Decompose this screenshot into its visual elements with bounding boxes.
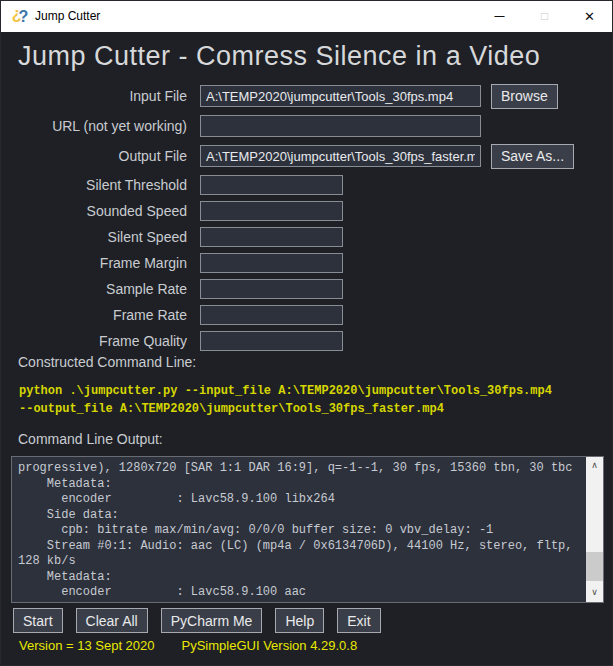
titlebar: ? ? Jump Cutter ─ □ ✕ bbox=[1, 1, 612, 32]
clear-all-button[interactable]: Clear All bbox=[76, 608, 148, 633]
sample-rate-row: Sample Rate bbox=[1, 279, 612, 299]
scroll-down-icon[interactable]: ∨ bbox=[586, 585, 603, 601]
window-title: Jump Cutter bbox=[35, 1, 100, 32]
sounded-speed-row: Sounded Speed bbox=[1, 201, 612, 221]
output-file-row: Output File Save As... bbox=[1, 145, 612, 167]
output-file-label: Output File bbox=[1, 148, 187, 164]
close-icon[interactable]: ✕ bbox=[567, 1, 612, 32]
command-output-text: progressive), 1280x720 [SAR 1:1 DAR 16:9… bbox=[12, 457, 586, 602]
command-output-box: progressive), 1280x720 [SAR 1:1 DAR 16:9… bbox=[11, 456, 604, 603]
frame-rate-label: Frame Rate bbox=[1, 307, 187, 323]
sounded-speed-label: Sounded Speed bbox=[1, 203, 187, 219]
constructed-command-text: python .\jumpcutter.py --input_file A:\T… bbox=[19, 382, 599, 418]
maximize-icon: □ bbox=[522, 1, 567, 32]
save-as-button[interactable]: Save As... bbox=[491, 144, 574, 169]
pysimplegui-version-text: PySimpleGUI Version 4.29.0.8 bbox=[182, 638, 358, 653]
app-window: ? ? Jump Cutter ─ □ ✕ Jump Cutter - Comr… bbox=[0, 0, 613, 666]
frame-margin-row: Frame Margin bbox=[1, 253, 612, 273]
scrollbar-thumb[interactable] bbox=[586, 552, 603, 581]
silent-threshold-row: Silent Threshold bbox=[1, 175, 612, 195]
start-button[interactable]: Start bbox=[13, 608, 63, 633]
frame-margin-label: Frame Margin bbox=[1, 255, 187, 271]
app-icon: ? ? bbox=[11, 7, 30, 26]
frame-quality-row: Frame Quality bbox=[1, 331, 612, 351]
scroll-up-icon[interactable]: ∧ bbox=[586, 458, 603, 474]
pycharm-me-button[interactable]: PyCharm Me bbox=[161, 608, 263, 633]
sample-rate-label: Sample Rate bbox=[1, 281, 187, 297]
frame-quality-label: Frame Quality bbox=[1, 333, 187, 349]
url-row: URL (not yet working) bbox=[1, 115, 612, 137]
output-file-field[interactable] bbox=[200, 145, 481, 167]
input-file-label: Input File bbox=[1, 88, 187, 104]
silent-speed-label: Silent Speed bbox=[1, 229, 187, 245]
sample-rate-field[interactable] bbox=[200, 279, 343, 299]
help-button[interactable]: Help bbox=[275, 608, 324, 633]
input-file-row: Input File Browse bbox=[1, 85, 612, 107]
frame-quality-field[interactable] bbox=[200, 331, 343, 351]
svg-text:?: ? bbox=[19, 7, 29, 25]
sounded-speed-field[interactable] bbox=[200, 201, 343, 221]
frame-rate-row: Frame Rate bbox=[1, 305, 612, 325]
version-text: Version = 13 Sept 2020 bbox=[19, 638, 155, 653]
url-field[interactable] bbox=[200, 115, 481, 137]
command-output-label: Command Line Output: bbox=[18, 431, 163, 447]
silent-speed-row: Silent Speed bbox=[1, 227, 612, 247]
browse-button[interactable]: Browse bbox=[491, 84, 558, 109]
minimize-icon[interactable]: ─ bbox=[477, 1, 522, 32]
form: Input File Browse URL (not yet working) … bbox=[1, 85, 612, 357]
silent-threshold-label: Silent Threshold bbox=[1, 177, 187, 193]
url-label: URL (not yet working) bbox=[1, 118, 187, 134]
frame-margin-field[interactable] bbox=[200, 253, 343, 273]
silent-threshold-field[interactable] bbox=[200, 175, 343, 195]
vertical-scrollbar[interactable]: ∧ ∨ bbox=[586, 457, 603, 602]
exit-button[interactable]: Exit bbox=[337, 608, 380, 633]
page-title: Jump Cutter - Comress Silence in a Video bbox=[18, 41, 540, 72]
constructed-command-label: Constructed Command Line: bbox=[18, 354, 196, 370]
status-bar: Version = 13 Sept 2020 PySimpleGUI Versi… bbox=[19, 638, 357, 653]
action-button-row: Start Clear All PyCharm Me Help Exit bbox=[13, 608, 381, 633]
frame-rate-field[interactable] bbox=[200, 305, 343, 325]
input-file-field[interactable] bbox=[200, 85, 481, 107]
silent-speed-field[interactable] bbox=[200, 227, 343, 247]
